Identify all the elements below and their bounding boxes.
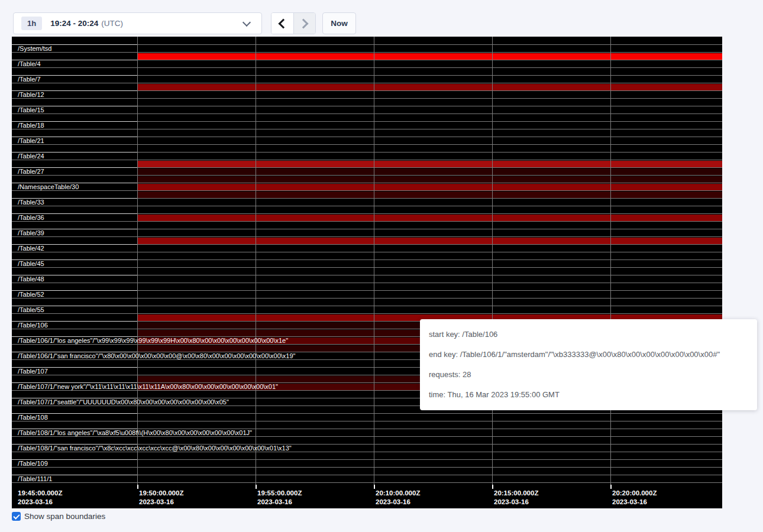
span-boundary-line xyxy=(12,98,722,99)
span-label: /Table/107/1/"seattle"/"UUUUUUD\x00\x80\… xyxy=(18,399,229,406)
axis-tick xyxy=(137,485,138,489)
axis-tick xyxy=(374,485,375,489)
heat-band[interactable] xyxy=(137,84,722,90)
span-boundary-line xyxy=(12,267,722,268)
heat-band[interactable] xyxy=(137,184,722,190)
time-range-chip: 1h xyxy=(21,17,42,30)
span-boundary-line xyxy=(12,160,722,160)
span-label: /Table/24 xyxy=(18,153,44,160)
span-boundary-line xyxy=(12,144,722,145)
chevron-left-icon xyxy=(278,18,288,28)
span-label: /Table/12 xyxy=(18,92,44,98)
span-boundary-line xyxy=(12,113,722,114)
show-span-boundaries-label: Show span boundaries xyxy=(24,512,105,521)
span-label: /Table/52 xyxy=(18,291,44,298)
axis-time-label: 19:50:00.000Z2023-03-16 xyxy=(139,489,183,507)
heat-band[interactable] xyxy=(137,238,722,244)
span-boundary-line xyxy=(12,421,722,421)
span-boundary-line xyxy=(12,283,722,283)
axis-tick xyxy=(256,485,257,489)
axis-time-label: 20:20:00.000Z2023-03-16 xyxy=(612,489,657,507)
axis-time-label: 20:10:00.000Z2023-03-16 xyxy=(376,489,420,507)
span-label: /Table/106/1/"san francisco"/"\x80\x00\x… xyxy=(18,353,296,359)
span-label: /Table/27 xyxy=(18,168,44,175)
heat-band[interactable] xyxy=(137,192,722,198)
span-label: /Table/111/1 xyxy=(18,476,52,482)
time-pagination xyxy=(271,12,316,34)
span-label: /System/tsd xyxy=(18,46,51,52)
span-label: /Table/106 xyxy=(18,322,48,329)
now-button[interactable]: Now xyxy=(322,12,356,34)
span-label: /Table/45 xyxy=(18,261,44,267)
key-visualizer-heatmap[interactable]: /System/tsd/Table/4/Table/7/Table/12/Tab… xyxy=(12,37,722,508)
heatmap-tooltip: start key: /Table/106 end key: /Table/10… xyxy=(420,319,757,410)
time-range-timezone: (UTC) xyxy=(101,19,123,28)
span-label: /Table/109 xyxy=(18,460,48,467)
chevron-right-icon xyxy=(299,18,309,28)
span-boundary-line xyxy=(12,313,722,314)
axis-tick xyxy=(610,485,612,489)
span-label: /Table/106/1/"los angeles"/"\x99\x99\x99… xyxy=(18,338,288,344)
heat-band[interactable] xyxy=(137,215,722,221)
show-span-boundaries-row[interactable]: Show span boundaries xyxy=(12,512,105,521)
time-gridline xyxy=(137,37,138,486)
span-label: /Table/39 xyxy=(18,230,44,236)
heat-band[interactable] xyxy=(137,53,722,60)
axis-time-label: 19:45:00.000Z2023-03-16 xyxy=(18,489,62,507)
span-boundary-line xyxy=(12,252,722,252)
span-label: /Table/36 xyxy=(18,215,44,221)
span-boundary-line xyxy=(12,206,722,206)
span-label: /Table/108 xyxy=(18,414,48,421)
tooltip-start-key: start key: /Table/106 xyxy=(429,325,748,345)
span-label: /Table/33 xyxy=(18,199,44,206)
tooltip-requests: requests: 28 xyxy=(429,365,748,385)
time-gridline xyxy=(492,37,493,486)
tooltip-time: time: Thu, 16 Mar 2023 19:55:00 GMT xyxy=(429,385,748,405)
span-boundary-line xyxy=(12,298,722,299)
heatmap-plot[interactable]: /System/tsd/Table/4/Table/7/Table/12/Tab… xyxy=(12,37,722,486)
span-boundary-line xyxy=(12,175,722,176)
span-label: /Table/108/1/"san francisco"/"\x8c\xcc\x… xyxy=(18,445,292,452)
time-range-selector[interactable]: 1h 19:24 - 20:24 (UTC) xyxy=(13,12,262,34)
tooltip-end-key: end key: /Table/106/1/"amsterdam"/"\xb33… xyxy=(429,345,748,365)
axis-tick xyxy=(492,485,493,489)
span-label: /Table/48 xyxy=(18,276,44,283)
time-gridline xyxy=(256,37,256,486)
span-label: /Table/4 xyxy=(18,61,41,67)
span-boundary-line xyxy=(12,467,722,468)
span-boundary-line xyxy=(12,221,722,222)
heat-band[interactable] xyxy=(137,161,722,167)
time-gridline xyxy=(610,37,611,486)
heat-band[interactable] xyxy=(137,176,722,183)
span-label: /Table/15 xyxy=(18,107,44,113)
span-boundary-line xyxy=(12,452,722,452)
time-range-text: 19:24 - 20:24 xyxy=(50,19,98,28)
span-label: /Table/55 xyxy=(18,307,44,313)
span-label: /Table/42 xyxy=(18,245,44,252)
show-span-boundaries-checkbox[interactable] xyxy=(12,512,21,521)
next-interval-button[interactable] xyxy=(293,13,316,34)
span-label: /Table/107/1/"new york"/"\x11\x11\x11\x1… xyxy=(18,384,278,390)
span-boundary-line xyxy=(12,436,722,437)
axis-time-label: 20:15:00.000Z2023-03-16 xyxy=(494,489,538,507)
heat-band[interactable] xyxy=(137,168,722,175)
span-boundary-line xyxy=(12,83,722,83)
span-boundary-line xyxy=(12,129,722,129)
span-boundary-line xyxy=(12,236,722,237)
span-boundary-line xyxy=(12,482,722,483)
span-boundary-line xyxy=(12,67,722,68)
span-label: /NamespaceTable/30 xyxy=(18,184,79,190)
span-label: /Table/21 xyxy=(18,138,44,144)
time-gridline xyxy=(374,37,374,486)
span-boundary-line xyxy=(12,52,722,53)
span-label: /Table/107 xyxy=(18,368,48,375)
span-label: /Table/7 xyxy=(18,76,41,83)
chevron-down-icon xyxy=(243,18,251,26)
axis-time-label: 19:55:00.000Z2023-03-16 xyxy=(257,489,302,507)
span-boundary-line xyxy=(12,190,722,191)
span-label: /Table/108/1/"los angeles"/"\xa8\xf5\u00… xyxy=(18,430,252,436)
span-label: /Table/18 xyxy=(18,122,44,129)
previous-interval-button[interactable] xyxy=(271,13,293,34)
